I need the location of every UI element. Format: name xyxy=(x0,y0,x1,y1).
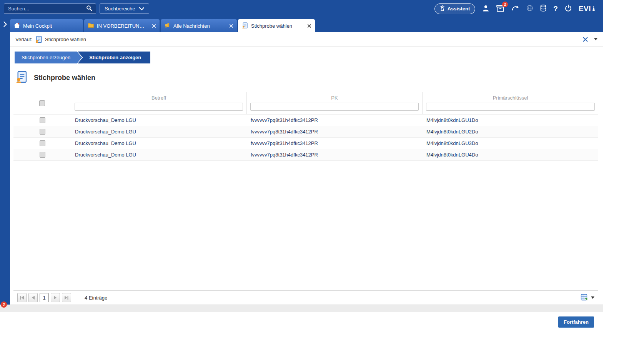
tab-mein-cockpit[interactable]: Mein Cockpit xyxy=(10,19,83,32)
help-icon: ? xyxy=(553,5,558,13)
packages-button[interactable]: 2 xyxy=(496,5,504,13)
filter-primaerschluessel-input[interactable] xyxy=(426,103,595,111)
left-rail xyxy=(0,32,10,305)
search-areas-button[interactable]: Suchbereiche xyxy=(100,3,149,14)
select-all-checkbox[interactable] xyxy=(39,100,45,106)
row-checkbox[interactable] xyxy=(40,140,45,146)
entry-count: 4 Einträge xyxy=(85,295,107,301)
pagination-bar: 1 4 Einträge xyxy=(13,290,598,305)
user-button[interactable] xyxy=(482,5,489,13)
select-all-cell xyxy=(13,92,71,114)
history-label: Verlauf: xyxy=(15,37,32,42)
wizard-step-erzeugen[interactable]: Stichproben erzeugen xyxy=(15,52,82,63)
column-header-label[interactable]: Primärschlüssel xyxy=(423,92,598,103)
table-row[interactable]: Druckvorschau_Demo LGU fvvvvvv7pq8t31h4d… xyxy=(13,149,598,160)
export-controls xyxy=(580,293,594,302)
globe-icon xyxy=(526,5,533,13)
tab-close-icon[interactable] xyxy=(305,23,311,28)
table-row[interactable]: Druckvorschau_Demo LGU fvvvvvv7pq8t31h4d… xyxy=(13,126,598,137)
search-icon xyxy=(86,5,92,12)
database-button[interactable] xyxy=(540,5,546,13)
row-select-cell xyxy=(13,129,71,135)
column-header-label[interactable]: Betreff xyxy=(71,92,246,103)
previous-page-button[interactable] xyxy=(28,293,38,302)
sample-document-icon xyxy=(242,22,248,30)
wizard-step-label: Stichproben erzeugen xyxy=(22,55,70,60)
table-header: Betreff PK Primärschlüssel xyxy=(13,92,598,114)
tab-label: Mein Cockpit xyxy=(23,23,79,29)
help-button[interactable]: ? xyxy=(553,5,558,13)
assistant-label: Assistent xyxy=(448,6,470,12)
cell-pk: fvvvvvv7pq8t31h4dfkc3412PR xyxy=(247,152,423,158)
history-current-item[interactable]: Stichprobe wählen xyxy=(45,37,86,42)
panel-collapse-chevron-icon[interactable] xyxy=(594,38,597,40)
bottom-action-bar: Fortfahren xyxy=(0,312,603,352)
search-button[interactable] xyxy=(82,4,96,13)
topbar: Suchbereiche Assistent 2 xyxy=(0,0,603,17)
wizard-steps: Stichproben erzeugen Stichproben anzeige… xyxy=(15,52,603,63)
cell-pk: fvvvvvv7pq8t31h4dfkc3412PR xyxy=(247,140,423,146)
export-menu-chevron-icon[interactable] xyxy=(591,296,594,299)
tab-label: IN VORBEREITUNG, 0... xyxy=(97,23,147,29)
global-search xyxy=(4,3,96,14)
evi-logo-text: EVI xyxy=(579,5,591,13)
cell-pk: fvvvvvv7pq8t31h4dfkc3412PR xyxy=(247,129,423,135)
cell-pk: fvvvvvv7pq8t31h4dfkc3412PR xyxy=(247,117,423,123)
filter-betreff-input[interactable] xyxy=(75,103,243,111)
row-select-cell xyxy=(13,117,71,123)
export-table-icon xyxy=(580,293,588,302)
page-header: Stichprobe wählen xyxy=(15,71,603,84)
panel-close-button[interactable] xyxy=(583,37,588,42)
sample-document-icon xyxy=(35,36,42,43)
globe-button[interactable] xyxy=(526,5,533,13)
corner-notification-badge: 2 xyxy=(1,301,7,308)
export-button[interactable] xyxy=(580,293,588,302)
sidebar-expand-button[interactable] xyxy=(0,17,10,32)
column-pk: PK xyxy=(247,92,423,114)
tab-stichprobe-waehlen[interactable]: Stichprobe wählen xyxy=(238,19,315,32)
logout-button[interactable] xyxy=(565,5,572,13)
cell-primaerschluessel: M4lvjdn8t0kdnLGU4Do xyxy=(423,152,598,158)
topbar-actions: Assistent 2 xyxy=(434,3,595,14)
notification-badge: 2 xyxy=(502,2,508,7)
search-input[interactable] xyxy=(4,4,82,13)
table-row[interactable]: Druckvorschau_Demo LGU fvvvvvv7pq8t31h4d… xyxy=(13,137,598,149)
samples-table: Betreff PK Primärschlüssel Druckvorschau… xyxy=(13,92,598,305)
filter-pk-input[interactable] xyxy=(250,103,419,111)
next-page-button[interactable] xyxy=(51,293,60,302)
current-page-indicator[interactable]: 1 xyxy=(40,293,49,302)
cell-primaerschluessel: M4lvjdn8t0kdnLGU2Do xyxy=(423,129,598,135)
row-checkbox[interactable] xyxy=(40,129,45,135)
cell-primaerschluessel: M4lvjdn8t0kdnLGU1Do xyxy=(423,117,598,123)
table-row[interactable]: Druckvorschau_Demo LGU fvvvvvv7pq8t31h4d… xyxy=(13,114,598,126)
redo-button[interactable] xyxy=(511,5,519,13)
page-title: Stichprobe wählen xyxy=(34,74,95,82)
separator-strip xyxy=(0,305,603,312)
assistant-button[interactable]: Assistent xyxy=(434,3,476,14)
cell-primaerschluessel: M4lvjdn8t0kdnLGU3Do xyxy=(423,140,598,146)
main-content: Verlauf: Stichprobe wählen Stichproben e… xyxy=(10,32,603,305)
tab-alle-nachrichten[interactable]: Alle Nachrichten xyxy=(161,19,237,32)
user-icon xyxy=(482,5,489,13)
tab-label: Stichprobe wählen xyxy=(251,23,302,29)
search-areas-label: Suchbereiche xyxy=(105,6,135,12)
database-icon xyxy=(540,5,546,13)
tab-close-icon[interactable] xyxy=(150,23,156,28)
tab-strip: Mein Cockpit IN VORBEREITUNG, 0... Alle … xyxy=(0,17,603,32)
column-header-label[interactable]: PK xyxy=(247,92,422,103)
table-body: Druckvorschau_Demo LGU fvvvvvv7pq8t31h4d… xyxy=(13,114,598,161)
row-checkbox[interactable] xyxy=(40,117,45,123)
tab-close-icon[interactable] xyxy=(227,23,233,28)
cell-betreff: Druckvorschau_Demo LGU xyxy=(71,140,247,146)
row-select-cell xyxy=(13,152,71,158)
home-icon xyxy=(14,23,20,29)
continue-button[interactable]: Fortfahren xyxy=(558,316,594,328)
row-checkbox[interactable] xyxy=(40,152,45,158)
wizard-step-anzeigen[interactable]: Stichproben anzeigen xyxy=(78,52,150,63)
sample-document-icon xyxy=(15,71,28,85)
tab-in-vorbereitung[interactable]: IN VORBEREITUNG, 0... xyxy=(84,19,160,32)
first-page-button[interactable] xyxy=(17,293,27,302)
last-page-button[interactable] xyxy=(62,293,71,302)
power-icon xyxy=(565,5,572,13)
tab-label: Alle Nachrichten xyxy=(173,23,224,29)
